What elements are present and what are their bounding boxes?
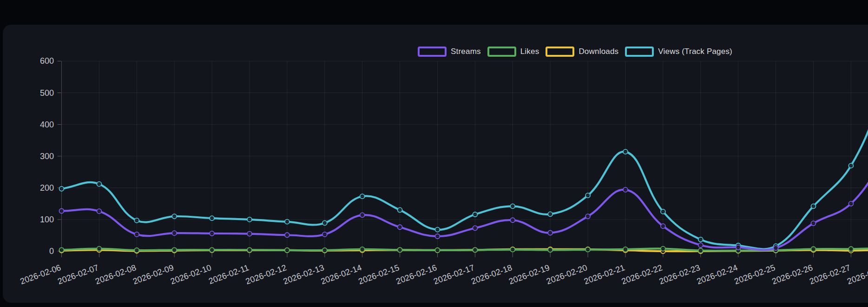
data-point[interactable] (548, 231, 552, 235)
svg-text:400: 400 (40, 120, 54, 129)
data-point[interactable] (210, 247, 214, 252)
data-point[interactable] (172, 231, 177, 235)
svg-text:2026-02-07: 2026-02-07 (56, 263, 99, 286)
svg-text:500: 500 (40, 88, 54, 98)
data-point[interactable] (698, 237, 703, 242)
svg-text:2026-02-08: 2026-02-08 (94, 263, 137, 286)
data-point[interactable] (510, 218, 515, 222)
data-point[interactable] (473, 226, 477, 230)
svg-text:2026-02-23: 2026-02-23 (658, 263, 701, 286)
svg-text:2026-02-18: 2026-02-18 (470, 263, 513, 286)
data-point[interactable] (585, 193, 590, 198)
data-point[interactable] (661, 209, 665, 214)
data-point[interactable] (623, 187, 628, 192)
svg-text:2026-02-12: 2026-02-12 (244, 263, 288, 286)
svg-text:2026-02-20: 2026-02-20 (545, 263, 588, 286)
legend-item-views-track-pages[interactable]: Views (Track Pages) (625, 47, 732, 57)
data-point[interactable] (360, 247, 365, 252)
data-point[interactable] (322, 232, 327, 237)
data-point[interactable] (811, 221, 816, 226)
data-point[interactable] (360, 194, 365, 199)
legend-swatch-downloads (546, 47, 574, 57)
data-point[interactable] (435, 234, 440, 239)
data-point[interactable] (322, 248, 327, 253)
data-point[interactable] (398, 225, 402, 229)
data-point[interactable] (134, 248, 139, 253)
data-point[interactable] (247, 217, 252, 222)
data-point[interactable] (623, 149, 628, 154)
svg-text:2026-02-24: 2026-02-24 (696, 263, 739, 286)
data-point[interactable] (285, 220, 289, 224)
data-point[interactable] (172, 214, 177, 219)
data-point[interactable] (172, 247, 177, 252)
data-point[interactable] (473, 212, 477, 217)
legend-swatch-views-track-pages (625, 47, 654, 57)
data-point[interactable] (97, 182, 101, 187)
data-point[interactable] (285, 233, 289, 237)
legend-item-likes[interactable]: Likes (487, 47, 539, 57)
svg-text:2026-02-19: 2026-02-19 (507, 263, 551, 286)
data-point[interactable] (97, 247, 101, 251)
data-point[interactable] (698, 243, 703, 247)
data-point[interactable] (548, 212, 552, 216)
data-point[interactable] (661, 247, 665, 251)
legend-label: Likes (520, 47, 539, 57)
y-axis-labels: 0100200300400500600 (40, 56, 54, 256)
svg-text:2026-02-15: 2026-02-15 (357, 263, 401, 286)
data-point[interactable] (134, 218, 139, 223)
data-point[interactable] (134, 232, 139, 237)
data-point[interactable] (848, 247, 853, 251)
data-point[interactable] (811, 247, 816, 251)
svg-text:200: 200 (40, 183, 54, 193)
svg-text:0: 0 (49, 247, 54, 256)
data-point[interactable] (774, 246, 778, 250)
data-point[interactable] (585, 247, 590, 252)
line-chart-canvas[interactable]: 01002003004005006002026-02-062026-02-072… (0, 0, 868, 307)
data-point[interactable] (210, 231, 214, 236)
series-views-track-pages (59, 78, 868, 249)
legend-label: Views (Track Pages) (658, 47, 732, 57)
data-point[interactable] (811, 204, 816, 208)
svg-text:2026-02-27: 2026-02-27 (808, 263, 851, 286)
svg-text:2026-02-25: 2026-02-25 (733, 263, 776, 286)
svg-text:2026-02-16: 2026-02-16 (395, 263, 438, 286)
data-point[interactable] (435, 227, 440, 232)
svg-text:2026-02-17: 2026-02-17 (432, 263, 475, 286)
data-point[interactable] (247, 247, 252, 252)
data-point[interactable] (247, 232, 252, 236)
data-point[interactable] (848, 163, 853, 168)
data-point[interactable] (510, 204, 515, 208)
data-point[interactable] (623, 247, 628, 252)
svg-text:2026-02-22: 2026-02-22 (620, 263, 664, 286)
chart-legend: StreamsLikesDownloadsViews (Track Pages) (418, 47, 732, 57)
legend-swatch-streams (418, 47, 447, 57)
data-point[interactable] (661, 224, 665, 228)
data-point[interactable] (548, 247, 552, 252)
data-point[interactable] (585, 214, 590, 219)
legend-item-downloads[interactable]: Downloads (546, 47, 618, 57)
data-point[interactable] (398, 247, 402, 252)
data-point[interactable] (285, 248, 289, 253)
data-point[interactable] (59, 209, 64, 214)
data-point[interactable] (398, 207, 402, 212)
data-point[interactable] (360, 213, 365, 217)
data-point[interactable] (698, 248, 703, 253)
data-point[interactable] (848, 201, 853, 206)
svg-text:2026-02-09: 2026-02-09 (132, 263, 175, 286)
svg-text:2026-02-13: 2026-02-13 (282, 263, 325, 286)
data-point[interactable] (473, 247, 477, 252)
data-point[interactable] (435, 248, 440, 253)
axes (58, 61, 868, 257)
legend-label: Downloads (579, 47, 618, 57)
data-point[interactable] (510, 247, 515, 252)
series-streams (59, 149, 868, 250)
data-point[interactable] (59, 187, 64, 191)
svg-text:2026-02-21: 2026-02-21 (583, 263, 626, 286)
data-point[interactable] (97, 209, 101, 214)
svg-text:2026-02-26: 2026-02-26 (771, 263, 814, 286)
data-point[interactable] (736, 245, 741, 250)
data-point[interactable] (322, 220, 327, 225)
legend-item-streams[interactable]: Streams (418, 47, 481, 57)
data-point[interactable] (59, 247, 64, 252)
data-point[interactable] (210, 216, 214, 220)
